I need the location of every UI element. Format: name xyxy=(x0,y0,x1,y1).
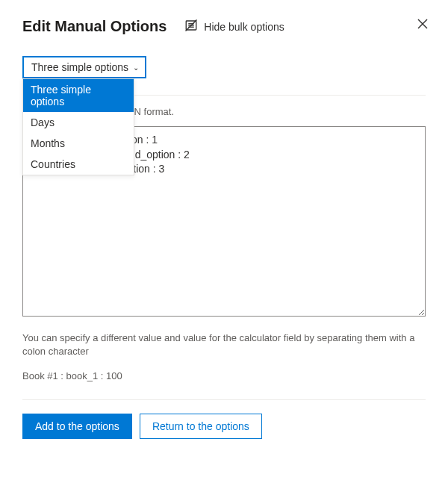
dropdown-item-countries[interactable]: Countries xyxy=(23,154,134,175)
bottom-divider xyxy=(22,399,426,400)
hide-bulk-icon xyxy=(184,19,198,34)
dropdown-item-days[interactable]: Days xyxy=(23,112,134,133)
return-to-options-button[interactable]: Return to the options xyxy=(140,414,262,439)
hide-bulk-label: Hide bulk options xyxy=(204,21,284,33)
template-dropdown[interactable]: Three simple options ⌄ xyxy=(22,56,146,78)
hide-bulk-options-button[interactable]: Hide bulk options xyxy=(184,19,284,34)
page-title: Edit Manual Options xyxy=(22,18,167,35)
chevron-down-icon: ⌄ xyxy=(133,63,139,72)
svg-line-4 xyxy=(186,20,197,31)
example-text: Book #1 : book_1 : 100 xyxy=(22,370,426,381)
dropdown-item-months[interactable]: Months xyxy=(23,133,134,154)
add-to-options-button[interactable]: Add to the options xyxy=(22,414,132,439)
dropdown-item-three-simple[interactable]: Three simple options xyxy=(23,79,134,112)
dropdown-menu: Three simple options Days Months Countri… xyxy=(22,78,134,175)
close-button[interactable] xyxy=(415,18,430,33)
help-text: You can specify a different value and va… xyxy=(22,331,426,358)
close-icon xyxy=(417,18,429,34)
dropdown-selected-label: Three simple options xyxy=(31,61,128,73)
